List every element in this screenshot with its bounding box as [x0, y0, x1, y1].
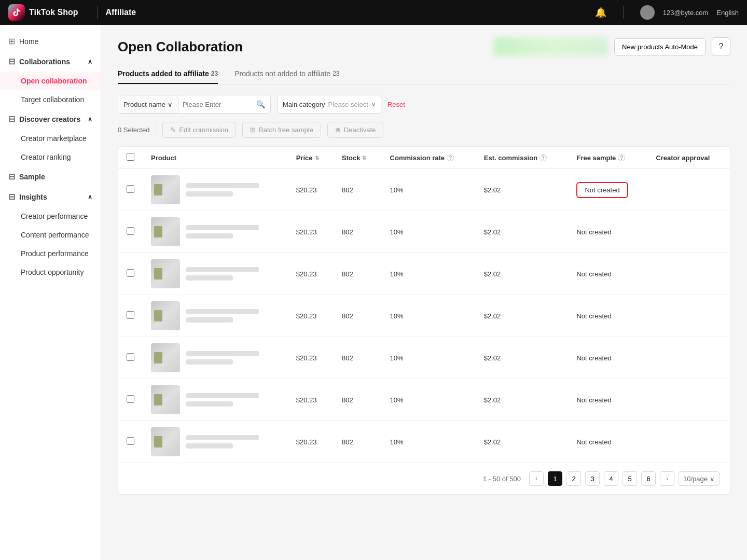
search-icon[interactable]: 🔍 — [251, 100, 270, 108]
product-subname-line — [186, 443, 233, 449]
pagination-page-5[interactable]: 5 — [622, 471, 637, 486]
row-checkbox-6[interactable] — [127, 395, 134, 403]
tab-added-label: Products added to affiliate — [118, 69, 209, 78]
product-image-7 — [151, 427, 180, 456]
sidebar-label-creator-ranking: Creator ranking — [21, 153, 71, 161]
pagination-page-2[interactable]: 2 — [566, 471, 581, 486]
pagination-prev-button[interactable]: ‹ — [529, 471, 544, 486]
product-subname-line — [186, 233, 233, 239]
row-commission-rate-2: 10% — [382, 211, 476, 253]
sidebar-item-target-collaboration[interactable]: Target collaboration — [0, 90, 101, 109]
free-sample-help-icon[interactable]: ? — [618, 154, 625, 161]
row-checkbox-1[interactable] — [127, 185, 134, 193]
column-creator-approval: Creator approval — [647, 147, 730, 169]
tab-not-added-label: Products not added to affiliate — [234, 69, 330, 78]
row-checkbox-7[interactable] — [127, 437, 134, 445]
select-all-checkbox[interactable] — [127, 153, 134, 161]
row-commission-rate-7: 10% — [382, 421, 476, 463]
row-creator-approval-6 — [647, 379, 730, 421]
row-creator-approval-4 — [647, 295, 730, 337]
price-sort-icon[interactable]: ⇅ — [315, 155, 319, 161]
column-price: Price ⇅ — [288, 147, 334, 169]
row-free-sample-6: Not created — [568, 379, 647, 421]
pagination-next-button[interactable]: › — [660, 471, 674, 486]
sidebar-item-sample[interactable]: ⊟ Sample — [0, 166, 101, 187]
free-sample-highlighted: Not created — [576, 182, 628, 198]
row-price-4: $20.23 — [288, 295, 334, 337]
sidebar-item-creator-marketplace[interactable]: Creator marketplace — [0, 129, 101, 148]
column-est-commission: Est. commission ? — [476, 147, 569, 169]
row-checkbox-5[interactable] — [127, 353, 134, 361]
sidebar-item-collaborations[interactable]: ⊟ Collaborations ∧ — [0, 51, 101, 72]
avatar[interactable] — [640, 5, 655, 20]
reset-button[interactable]: Reset — [388, 101, 405, 108]
row-est-commission-5: $2.02 — [476, 337, 569, 379]
row-checkbox-4[interactable] — [127, 311, 134, 319]
row-product-cell — [143, 295, 288, 337]
row-product-cell — [143, 421, 288, 463]
row-free-sample-5: Not created — [568, 337, 647, 379]
deactivate-button[interactable]: ⊗ Deactivate — [327, 122, 383, 138]
row-checkbox-cell — [118, 169, 143, 211]
sidebar-item-creator-ranking[interactable]: Creator ranking — [0, 148, 101, 166]
free-sample-value: Not created — [576, 228, 611, 236]
pagination-page-3[interactable]: 3 — [585, 471, 600, 486]
main-layout: ⊞ Home ⊟ Collaborations ∧ Open collabora… — [0, 25, 747, 560]
notification-bell-icon[interactable]: 🔔 — [595, 7, 606, 18]
tab-products-not-added[interactable]: Products not added to affiliate 23 — [234, 64, 339, 84]
batch-free-sample-button[interactable]: ⊞ Batch free sample — [242, 122, 321, 138]
sidebar-item-open-collaboration[interactable]: Open collaboration — [0, 72, 101, 90]
brand-logo[interactable]: TikTok Shop — [8, 4, 78, 21]
edit-commission-button[interactable]: ✎ Edit commission — [162, 122, 236, 138]
pagination-page-6[interactable]: 6 — [641, 471, 656, 486]
product-name-input[interactable] — [178, 95, 251, 113]
row-product-cell — [143, 253, 288, 295]
commission-rate-help-icon[interactable]: ? — [447, 154, 454, 161]
sidebar-item-insights[interactable]: ⊟ Insights ∧ — [0, 187, 101, 207]
product-name-line — [186, 225, 259, 230]
row-commission-rate-3: 10% — [382, 253, 476, 295]
table-row: $20.23 802 10% $2.02 Not created — [118, 379, 730, 421]
row-price-5: $20.23 — [288, 337, 334, 379]
help-button[interactable]: ? — [712, 37, 730, 56]
promo-banner — [494, 37, 608, 56]
row-product-cell — [143, 379, 288, 421]
sample-icon: ⊟ — [8, 172, 15, 181]
sidebar-item-product-opportunity[interactable]: Product opportunity — [0, 263, 101, 282]
row-checkbox-3[interactable] — [127, 269, 134, 277]
product-name-dropdown[interactable]: Product name ∨ — [118, 95, 178, 113]
action-bar-divider — [156, 125, 156, 135]
sidebar-item-product-performance[interactable]: Product performance — [0, 244, 101, 263]
est-commission-help-icon[interactable]: ? — [540, 154, 547, 161]
row-price-1: $20.23 — [288, 169, 334, 211]
stock-sort-icon[interactable]: ⇅ — [362, 155, 366, 161]
section-label: Affiliate — [106, 8, 136, 17]
pagination-page-1[interactable]: 1 — [548, 471, 562, 486]
auto-mode-button[interactable]: New products Auto-Mode — [614, 38, 706, 55]
select-all-header[interactable] — [118, 147, 143, 169]
product-subname-line — [186, 275, 233, 281]
free-sample-value: Not created — [576, 396, 611, 404]
sidebar-item-creator-performance[interactable]: Creator performance — [0, 207, 101, 226]
sidebar-item-home[interactable]: ⊞ Home — [0, 31, 101, 51]
per-page-selector[interactable]: 10/page ∨ — [679, 471, 720, 486]
row-price-6: $20.23 — [288, 379, 334, 421]
category-filter[interactable]: Main category Please select ∨ — [277, 95, 381, 114]
table-row: $20.23 802 10% $2.02 Not created — [118, 169, 730, 211]
action-bar: 0 Selected ✎ Edit commission ⊞ Batch fre… — [118, 122, 730, 138]
table-row: $20.23 802 10% $2.02 Not created — [118, 337, 730, 379]
product-info-3 — [186, 267, 259, 281]
edit-commission-icon: ✎ — [170, 126, 176, 134]
row-free-sample-3: Not created — [568, 253, 647, 295]
sidebar-item-content-performance[interactable]: Content performance — [0, 226, 101, 244]
language-selector[interactable]: English — [716, 9, 739, 17]
product-name-filter: Product name ∨ 🔍 — [118, 95, 271, 114]
pagination-page-4[interactable]: 4 — [604, 471, 618, 486]
product-name-line — [186, 393, 259, 398]
product-name-line — [186, 183, 259, 188]
product-image-3 — [151, 259, 180, 288]
row-checkbox-2[interactable] — [127, 227, 134, 235]
tab-products-added[interactable]: Products added to affiliate 23 — [118, 64, 218, 84]
sidebar-item-discover-creators[interactable]: ⊟ Discover creators ∧ — [0, 109, 101, 129]
row-est-commission-2: $2.02 — [476, 211, 569, 253]
